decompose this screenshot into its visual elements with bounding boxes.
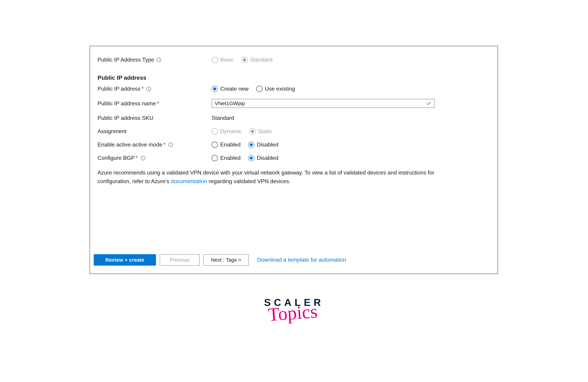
radio-active-enabled-label: Enabled — [220, 141, 240, 148]
label-ip-sku-text: Public IP address SKU — [98, 115, 153, 121]
check-icon — [426, 101, 432, 106]
row-ip-sku: Public IP address SKU Standard — [98, 115, 490, 121]
radio-bgp-disabled[interactable]: Disabled — [248, 155, 278, 161]
label-assignment-text: Assignment — [98, 128, 126, 134]
info-icon[interactable]: i — [141, 156, 145, 160]
ip-name-input-wrap — [212, 99, 435, 108]
documentation-link[interactable]: documentation — [171, 178, 207, 184]
download-template-link[interactable]: Download a template for automation — [257, 257, 346, 263]
label-bgp: Configure BGP * i — [98, 155, 212, 161]
label-ip-name-text: Public IP address name — [98, 100, 156, 107]
note-post: regarding validated VPN devices. — [207, 178, 291, 184]
radio-ip-type-basic: Basic — [212, 57, 234, 63]
label-ip-type: Public IP Address Type i — [98, 57, 212, 63]
wizard-footer: Review + create Previous Next : Tags > D… — [90, 246, 498, 274]
scaler-topics-logo: SCALER Topics — [264, 297, 324, 319]
required-asterisk: * — [157, 100, 159, 107]
required-asterisk: * — [163, 141, 166, 148]
row-assignment: Assignment Dynamic Static — [98, 128, 490, 134]
label-bgp-text: Configure BGP — [98, 155, 135, 161]
brand-topics-text: Topics — [262, 304, 323, 322]
required-asterisk: * — [136, 155, 138, 161]
radio-ip-use-existing[interactable]: Use existing — [256, 85, 295, 92]
row-active-active: Enable active-active mode * i Enabled Di… — [98, 141, 490, 148]
label-ip-sku: Public IP address SKU — [98, 115, 212, 121]
radio-active-disabled-label: Disabled — [257, 141, 278, 148]
row-bgp: Configure BGP * i Enabled Disabled — [98, 155, 490, 161]
radio-assignment-dynamic-label: Dynamic — [220, 128, 242, 134]
radio-active-disabled[interactable]: Disabled — [248, 141, 278, 148]
label-ip-address-text: Public IP address — [98, 85, 140, 92]
previous-button: Previous — [160, 254, 200, 266]
label-assignment: Assignment — [98, 128, 212, 134]
required-asterisk: * — [141, 85, 144, 92]
radio-assignment-static-label: Static — [258, 128, 272, 134]
next-button[interactable]: Next : Tags > — [203, 254, 249, 266]
radio-ip-use-existing-label: Use existing — [265, 85, 295, 92]
radio-ip-create-new-label: Create new — [220, 85, 249, 92]
radio-bgp-enabled-label: Enabled — [220, 155, 240, 161]
row-ip-address: Public IP address * i Create new Use exi… — [98, 85, 490, 92]
vpn-device-note: Azure recommends using a validated VPN d… — [98, 169, 436, 186]
radio-active-enabled[interactable]: Enabled — [212, 141, 240, 148]
section-heading-public-ip: Public IP address — [98, 74, 490, 81]
ip-name-input[interactable] — [212, 99, 435, 108]
radio-ip-type-basic-label: Basic — [220, 57, 234, 63]
info-icon[interactable]: i — [157, 58, 161, 62]
radio-assignment-static: Static — [249, 128, 272, 134]
radio-bgp-disabled-label: Disabled — [257, 155, 278, 161]
label-ip-type-text: Public IP Address Type — [98, 57, 154, 63]
radio-ip-type-standard-label: Standard — [250, 57, 273, 63]
label-active-active-text: Enable active-active mode — [98, 141, 162, 148]
form-area: Public IP Address Type i Basic Standard … — [90, 46, 498, 246]
radio-bgp-enabled[interactable]: Enabled — [212, 155, 240, 161]
row-ip-type: Public IP Address Type i Basic Standard — [98, 57, 490, 63]
row-ip-name: Public IP address name * — [98, 99, 490, 108]
info-icon[interactable]: i — [147, 87, 151, 91]
ip-sku-value: Standard — [212, 115, 234, 121]
radio-assignment-dynamic: Dynamic — [212, 128, 242, 134]
label-ip-name: Public IP address name * — [98, 100, 212, 107]
info-icon[interactable]: i — [168, 143, 173, 147]
radio-ip-create-new[interactable]: Create new — [212, 85, 249, 92]
label-active-active: Enable active-active mode * i — [98, 141, 212, 148]
radio-ip-type-standard: Standard — [241, 57, 273, 63]
create-gateway-panel: Public IP Address Type i Basic Standard … — [89, 46, 498, 274]
label-ip-address: Public IP address * i — [98, 85, 212, 92]
review-create-button[interactable]: Review + create — [94, 254, 156, 266]
